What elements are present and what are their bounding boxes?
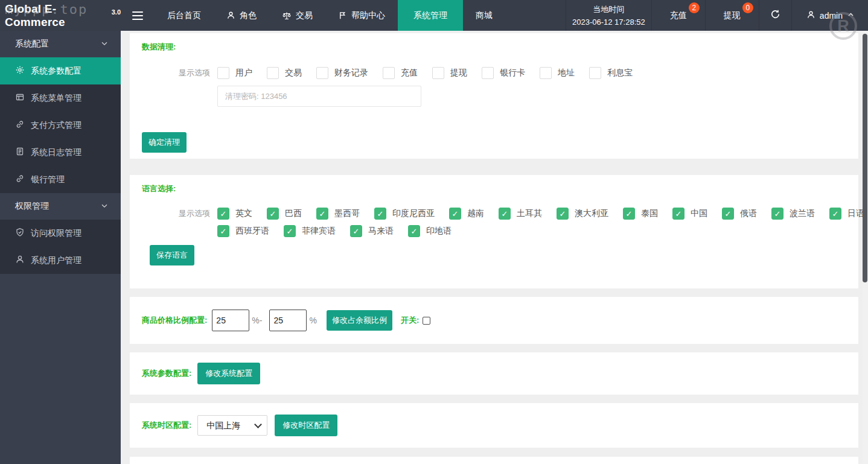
sidebar-item-system-params[interactable]: 系统参数配置 (0, 57, 121, 84)
checkbox-icon[interactable] (432, 67, 444, 79)
sidebar-section-system-config[interactable]: 系统配置 (0, 31, 121, 57)
language-option-checkbox[interactable]: ✓ 巴西 (267, 208, 302, 220)
checkbox-checked-icon[interactable]: ✓ (267, 208, 279, 220)
checkbox-icon[interactable] (482, 67, 494, 79)
language-option-checkbox[interactable]: ✓ 马来语 (350, 225, 394, 237)
checkbox-icon[interactable] (383, 67, 395, 79)
checkbox-label: 英文 (235, 208, 252, 219)
vertical-scrollbar[interactable] (863, 31, 868, 464)
checkbox-checked-icon[interactable]: ✓ (408, 225, 420, 237)
section-title: 权限管理 (15, 201, 49, 212)
checkbox-icon[interactable] (267, 67, 279, 79)
price-ratio-switch-checkbox[interactable] (423, 317, 430, 325)
checkbox-checked-icon[interactable]: ✓ (557, 208, 569, 220)
checkbox-checked-icon[interactable]: ✓ (722, 208, 734, 220)
chevron-up-icon (847, 11, 855, 21)
withdraw-button[interactable]: 提现 0 (706, 0, 759, 31)
window-icon (15, 92, 25, 104)
user-menu[interactable]: admin (792, 0, 868, 31)
cleanup-option-checkbox[interactable]: 银行卡 (482, 67, 525, 79)
sidebar-item-label: 支付方式管理 (31, 120, 81, 131)
shield-check-icon (15, 227, 25, 239)
nav-item-help-center[interactable]: 帮助中心 (325, 0, 398, 31)
checkbox-icon[interactable] (316, 67, 328, 79)
nav-label: 后台首页 (167, 10, 201, 21)
language-option-checkbox[interactable]: ✓ 菲律宾语 (284, 225, 336, 237)
modify-timezone-button[interactable]: 修改时区配置 (275, 415, 337, 436)
nav-item-roles[interactable]: 角色 (214, 0, 269, 31)
cleanup-option-checkbox[interactable]: 交易 (267, 67, 302, 79)
scrollbar-thumb[interactable] (863, 34, 867, 282)
cleanup-option-checkbox[interactable]: 财务记录 (316, 67, 368, 79)
checkbox-checked-icon[interactable]: ✓ (350, 225, 362, 237)
checkbox-checked-icon[interactable]: ✓ (374, 208, 386, 220)
price-ratio-min-input[interactable] (212, 310, 249, 331)
checkbox-checked-icon[interactable]: ✓ (449, 208, 461, 220)
language-option-checkbox[interactable]: ✓ 日语 (829, 208, 864, 220)
checkbox-checked-icon[interactable]: ✓ (284, 225, 296, 237)
checkbox-checked-icon[interactable]: ✓ (672, 208, 685, 220)
timezone-select[interactable]: 中国上海 (197, 415, 267, 436)
cleanup-option-checkbox[interactable]: 提现 (432, 67, 467, 79)
checkbox-checked-icon[interactable]: ✓ (217, 225, 229, 237)
sidebar-menu-permissions: 访问权限管理 系统用户管理 (0, 220, 121, 274)
checkbox-checked-icon[interactable]: ✓ (217, 208, 229, 220)
nav-item-trade[interactable]: 交易 (269, 0, 325, 31)
checkbox-label: 土耳其 (517, 208, 542, 219)
modify-balance-ratio-button[interactable]: 修改占余额比例 (327, 310, 392, 331)
language-option-checkbox[interactable]: ✓ 印度尼西亚 (374, 208, 435, 220)
nav-item-home[interactable]: 后台首页 (155, 0, 214, 31)
flag-icon (338, 11, 347, 20)
checkbox-checked-icon[interactable]: ✓ (623, 208, 635, 220)
save-language-button[interactable]: 保存语言 (150, 245, 194, 265)
withdraw-badge: 0 (742, 2, 753, 13)
cleanup-option-checkbox[interactable]: 充值 (383, 67, 418, 79)
price-ratio-max-input[interactable] (269, 310, 307, 331)
language-option-checkbox[interactable]: ✓ 俄语 (722, 208, 757, 220)
language-option-checkbox[interactable]: ✓ 澳大利亚 (557, 208, 608, 220)
hamburger-icon[interactable] (121, 0, 155, 31)
checkbox-icon[interactable] (217, 67, 229, 79)
language-option-checkbox[interactable]: ✓ 英文 (217, 208, 252, 220)
language-option-checkbox[interactable]: ✓ 越南 (449, 208, 484, 220)
language-option-checkbox[interactable]: ✓ 印地语 (408, 225, 452, 237)
recharge-button[interactable]: 充值 2 (652, 0, 706, 31)
language-option-checkbox[interactable]: ✓ 泰国 (623, 208, 658, 220)
refresh-icon (770, 9, 780, 22)
sidebar-item-bank-management[interactable]: 银行管理 (0, 166, 121, 193)
modify-system-config-button[interactable]: 修改系统配置 (197, 363, 260, 384)
checkbox-icon[interactable] (589, 67, 601, 79)
checkbox-checked-icon[interactable]: ✓ (316, 208, 328, 220)
switch-label: 开关: (401, 315, 419, 326)
checkbox-checked-icon[interactable]: ✓ (829, 208, 841, 220)
cleanup-option-checkbox[interactable]: 用户 (217, 67, 252, 79)
sidebar-item-system-users[interactable]: 系统用户管理 (0, 247, 121, 274)
sidebar-item-system-logs[interactable]: 系统日志管理 (0, 139, 121, 166)
checkbox-checked-icon[interactable]: ✓ (499, 208, 511, 220)
sidebar-section-permissions[interactable]: 权限管理 (0, 193, 121, 220)
chevron-down-icon (100, 39, 109, 49)
sidebar-item-access-permissions[interactable]: 访问权限管理 (0, 220, 121, 247)
confirm-cleanup-button[interactable]: 确定清理 (142, 132, 187, 153)
refresh-button[interactable] (759, 0, 792, 31)
language-option-checkbox[interactable]: ✓ 中国 (672, 208, 707, 220)
language-option-checkbox[interactable]: ✓ 西班牙语 (217, 225, 269, 237)
language-option-checkbox[interactable]: ✓ 墨西哥 (316, 208, 360, 220)
cleanup-option-checkbox[interactable]: 利息宝 (589, 67, 633, 79)
sidebar-item-payment-methods[interactable]: 支付方式管理 (0, 112, 121, 139)
panel-timezone: 系统时区配置: 中国上海 修改时区配置 (130, 403, 858, 448)
language-option-checkbox[interactable]: ✓ 波兰语 (771, 208, 815, 220)
checkbox-checked-icon[interactable]: ✓ (771, 208, 783, 220)
language-options-row2: ✓ 西班牙语 ✓ 菲律宾语 ✓ 马来语 ✓ 印 (217, 225, 466, 237)
link-icon (15, 119, 25, 131)
checkbox-label: 越南 (467, 208, 484, 219)
checkbox-icon[interactable] (540, 67, 552, 79)
cleanup-password-input[interactable] (217, 86, 421, 107)
language-option-checkbox[interactable]: ✓ 土耳其 (499, 208, 542, 220)
nav-label: 交易 (296, 10, 313, 21)
nav-item-mall[interactable]: 商城 (463, 0, 505, 31)
sidebar-item-system-menu[interactable]: 系统菜单管理 (0, 84, 121, 112)
nav-label: 商城 (476, 10, 493, 21)
cleanup-option-checkbox[interactable]: 地址 (540, 67, 575, 79)
nav-item-system-management[interactable]: 系统管理 (398, 0, 463, 31)
